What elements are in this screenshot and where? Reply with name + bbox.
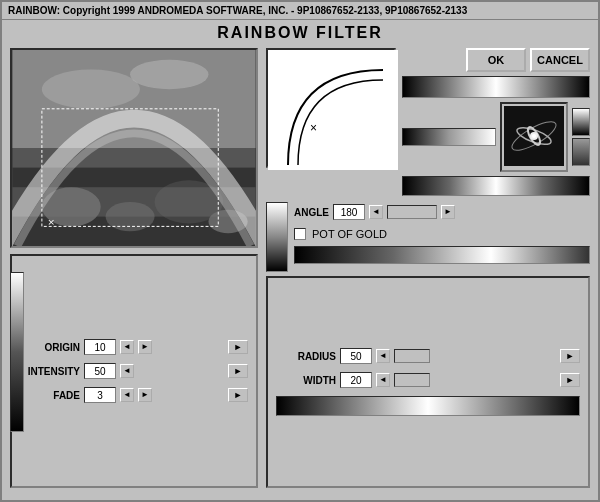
- svg-point-8: [42, 70, 140, 109]
- preview-image: ×: [10, 48, 258, 248]
- width-row: WIDTH 20 ◄ ►: [276, 372, 580, 388]
- origin-label: ORIGIN: [20, 342, 80, 353]
- right-swatches: [572, 108, 590, 166]
- width-slider[interactable]: [394, 373, 430, 387]
- intensity-big-inc-button[interactable]: ►: [228, 364, 248, 378]
- fade-inc-button[interactable]: ►: [138, 388, 152, 402]
- angle-slider[interactable]: [387, 205, 437, 219]
- ok-button[interactable]: OK: [466, 48, 526, 72]
- radius-dec-button[interactable]: ◄: [376, 349, 390, 363]
- origin-dec-button[interactable]: ◄: [120, 340, 134, 354]
- origin-value[interactable]: 10: [84, 339, 116, 355]
- fade-dec-button[interactable]: ◄: [120, 388, 134, 402]
- intensity-value[interactable]: 50: [84, 363, 116, 379]
- angle-inc-button[interactable]: ►: [441, 205, 455, 219]
- fade-row: FADE 3 ◄ ► ►: [20, 387, 248, 403]
- small-gradient-swatch: [402, 128, 496, 146]
- pot-of-gold-row: POT OF GOLD: [294, 228, 590, 240]
- main-window: RAINBOW: Copyright 1999 ANDROMEDA SOFTWA…: [0, 0, 600, 502]
- angle-dec-button[interactable]: ◄: [369, 205, 383, 219]
- width-big-inc-button[interactable]: ►: [560, 373, 580, 387]
- right-swatch-2: [572, 138, 590, 166]
- bottom-gradient-bar: [276, 396, 580, 416]
- angle-label: ANGLE: [294, 207, 329, 218]
- content-area: × ORIGIN 10 ◄ ► ► INTENSITY 50 ◄ ►: [2, 48, 598, 496]
- cancel-button[interactable]: CANCEL: [530, 48, 590, 72]
- radius-slider[interactable]: [394, 349, 430, 363]
- side-gradient-strip: [10, 272, 24, 432]
- title-bar: RAINBOW: Copyright 1999 ANDROMEDA SOFTWA…: [2, 2, 598, 20]
- intensity-label: INTENSITY: [20, 366, 80, 377]
- vert-gradient-bar: [266, 202, 288, 272]
- width-value[interactable]: 20: [340, 372, 372, 388]
- pot-of-gold-checkbox[interactable]: [294, 228, 306, 240]
- right-panel: × OK CANCEL: [266, 48, 590, 488]
- angle-row: ANGLE 180 ◄ ►: [294, 202, 590, 222]
- width-label: WIDTH: [276, 375, 336, 386]
- angle-value[interactable]: 180: [333, 204, 365, 220]
- intensity-row: INTENSITY 50 ◄ ► ►: [20, 363, 248, 379]
- galaxy-row: [402, 102, 590, 172]
- radius-big-inc-button[interactable]: ►: [560, 349, 580, 363]
- fade-value[interactable]: 3: [84, 387, 116, 403]
- middle-section: ANGLE 180 ◄ ► POT OF GOLD: [266, 202, 590, 272]
- origin-big-inc-button[interactable]: ►: [228, 340, 248, 354]
- color-gradient-bar: [402, 76, 590, 98]
- svg-text:×: ×: [310, 121, 317, 135]
- top-right: × OK CANCEL: [266, 48, 590, 196]
- radius-label: RADIUS: [276, 351, 336, 362]
- middle-right: ANGLE 180 ◄ ► POT OF GOLD: [294, 202, 590, 272]
- galaxy-container: [500, 102, 568, 172]
- right-swatch-1: [572, 108, 590, 136]
- params-panel: ORIGIN 10 ◄ ► ► INTENSITY 50 ◄ ► ► FADE: [10, 254, 258, 488]
- fade-label: FADE: [20, 390, 80, 401]
- curve-preview: ×: [266, 48, 396, 168]
- controls-right: OK CANCEL: [402, 48, 590, 196]
- width-dec-button[interactable]: ◄: [376, 373, 390, 387]
- radius-value[interactable]: 50: [340, 348, 372, 364]
- left-panel: × ORIGIN 10 ◄ ► ► INTENSITY 50 ◄ ►: [10, 48, 258, 488]
- bottom-mid-gradient: [294, 246, 590, 264]
- main-title: RAINBOW FILTER: [2, 20, 598, 48]
- intensity-dec-button[interactable]: ◄: [120, 364, 134, 378]
- origin-inc-button[interactable]: ►: [138, 340, 152, 354]
- fade-big-inc-button[interactable]: ►: [228, 388, 248, 402]
- radius-width-panel: RADIUS 50 ◄ ► WIDTH 20 ◄ ►: [266, 276, 590, 488]
- radius-row: RADIUS 50 ◄ ►: [276, 348, 580, 364]
- svg-point-9: [130, 60, 208, 89]
- btn-row: OK CANCEL: [402, 48, 590, 72]
- svg-text:×: ×: [48, 215, 55, 228]
- window-title: RAINBOW: Copyright 1999 ANDROMEDA SOFTWA…: [8, 5, 467, 16]
- pot-of-gold-label: POT OF GOLD: [312, 228, 387, 240]
- origin-row: ORIGIN 10 ◄ ► ►: [20, 339, 248, 355]
- svg-point-19: [532, 134, 536, 138]
- wide-gradient: [402, 176, 590, 196]
- color-bar-row: [402, 176, 590, 196]
